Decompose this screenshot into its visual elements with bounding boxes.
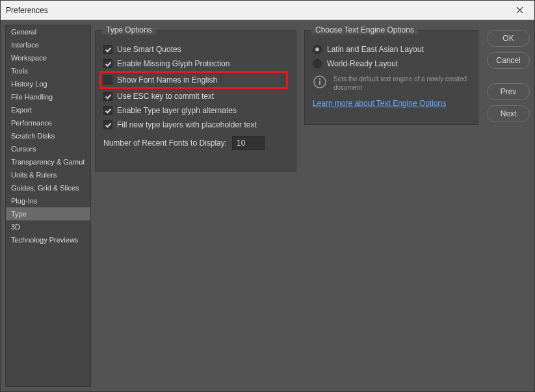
radio-label: World-Ready Layout (327, 59, 398, 68)
checkbox-label: Use ESC key to commit text (117, 92, 214, 101)
svg-point-1 (319, 78, 320, 79)
type-option-row: Enable Missing Glyph Protection (103, 57, 288, 71)
checkbox-label: Enable Type layer glyph alternates (117, 106, 237, 115)
checkbox[interactable] (103, 120, 112, 129)
sidebar-item-performance[interactable]: Performance (6, 116, 90, 129)
recent-fonts-label: Number of Recent Fonts to Display: (103, 138, 227, 148)
check-icon (105, 60, 112, 68)
svg-rect-2 (319, 81, 320, 85)
checkbox-label: Show Font Names in English (117, 75, 217, 85)
button-column: OK Cancel Prev Next (487, 25, 530, 387)
sidebar-item-type[interactable]: Type (6, 207, 90, 220)
info-row: Sets the default text engine of a newly … (313, 71, 470, 97)
sidebar-item-workspace[interactable]: Workspace (6, 51, 90, 64)
check-icon (105, 93, 112, 100)
radio-row: World-Ready Layout (313, 57, 470, 71)
sidebar-item-guides-grid-slices[interactable]: Guides, Grid & Slices (6, 181, 90, 194)
checkbox[interactable] (103, 92, 112, 101)
type-options-panel: Type Options Use Smart QuotesEnable Miss… (95, 30, 296, 172)
info-icon (313, 75, 327, 89)
panels-row: Type Options Use Smart QuotesEnable Miss… (95, 25, 480, 172)
sidebar-item-history-log[interactable]: History Log (6, 77, 90, 90)
check-icon (105, 46, 112, 53)
panel-title: Choose Text Engine Options (311, 25, 418, 34)
window-title: Preferences (6, 6, 510, 15)
content-area: Type Options Use Smart QuotesEnable Miss… (95, 25, 530, 387)
info-text: Sets the default text engine of a newly … (333, 75, 470, 92)
checkbox-label: Fill new type layers with placeholder te… (117, 120, 257, 129)
preferences-window: Preferences GeneralInterfaceWorkspaceToo… (0, 0, 535, 392)
type-option-row: Use Smart Quotes (103, 42, 288, 57)
recent-fonts-input[interactable] (232, 136, 265, 150)
checkbox-label: Enable Missing Glyph Protection (117, 59, 229, 68)
ok-button[interactable]: OK (487, 30, 530, 47)
text-engine-panel: Choose Text Engine Options Latin and Eas… (304, 30, 478, 125)
sidebar-item-tools[interactable]: Tools (6, 64, 90, 77)
dialog-body: GeneralInterfaceWorkspaceToolsHistory Lo… (1, 20, 534, 391)
sidebar-item-file-handling[interactable]: File Handling (6, 90, 90, 103)
radio-row: Latin and East Asian Layout (313, 42, 470, 57)
sidebar-item-units-rulers[interactable]: Units & Rulers (6, 168, 90, 181)
titlebar: Preferences (1, 1, 534, 20)
type-option-row: Fill new type layers with placeholder te… (103, 118, 288, 132)
sidebar-item-plug-ins[interactable]: Plug-Ins (6, 194, 90, 207)
next-button[interactable]: Next (487, 105, 530, 122)
close-button[interactable] (510, 1, 529, 20)
checkbox[interactable] (103, 106, 112, 115)
sidebar-item-export[interactable]: Export (6, 103, 90, 116)
checkbox[interactable] (103, 45, 112, 54)
sidebar-item-general[interactable]: General (6, 25, 90, 38)
check-icon (105, 107, 112, 114)
check-icon (105, 122, 112, 129)
type-option-row: Show Font Names in English (99, 71, 288, 89)
radio-label: Latin and East Asian Layout (327, 45, 424, 54)
cancel-button[interactable]: Cancel (487, 52, 530, 69)
type-option-row: Enable Type layer glyph alternates (103, 103, 288, 118)
sidebar-item-scratch-disks[interactable]: Scratch Disks (6, 129, 90, 142)
sidebar-item-3d[interactable]: 3D (6, 220, 90, 233)
close-icon (516, 7, 523, 14)
recent-fonts-row: Number of Recent Fonts to Display: (103, 132, 288, 150)
learn-more-link[interactable]: Learn more about Text Engine Options (313, 99, 446, 108)
prev-button[interactable]: Prev (487, 83, 530, 100)
sidebar-item-interface[interactable]: Interface (6, 38, 90, 51)
radio-button[interactable] (313, 59, 322, 68)
sidebar-item-technology-previews[interactable]: Technology Previews (6, 233, 90, 246)
checkbox[interactable] (103, 59, 112, 68)
panels-column: Type Options Use Smart QuotesEnable Miss… (95, 25, 480, 387)
type-option-row: Use ESC key to commit text (103, 89, 288, 103)
radio-button[interactable] (313, 45, 322, 54)
checkbox-label: Use Smart Quotes (117, 45, 181, 54)
sidebar-item-cursors[interactable]: Cursors (6, 142, 90, 155)
category-sidebar: GeneralInterfaceWorkspaceToolsHistory Lo… (5, 25, 91, 387)
panel-title: Type Options (102, 25, 156, 34)
checkbox[interactable] (103, 75, 112, 85)
spacer (487, 74, 530, 78)
sidebar-item-transparency-gamut[interactable]: Transparency & Gamut (6, 155, 90, 168)
